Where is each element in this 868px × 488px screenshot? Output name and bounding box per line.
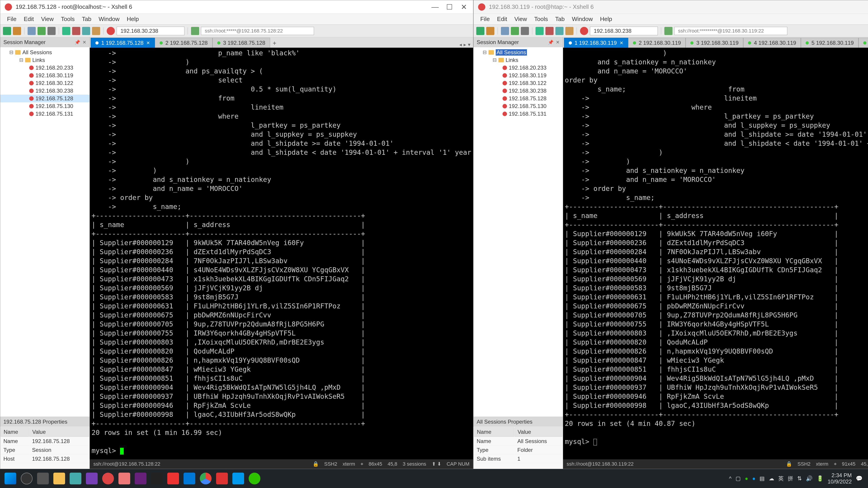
- lock-icon[interactable]: [565, 27, 574, 35]
- session-manager-header: Session Manager 📌✕: [473, 37, 563, 47]
- paste-icon[interactable]: [546, 27, 554, 35]
- menu-window[interactable]: Window: [569, 15, 596, 24]
- properties-icon[interactable]: [48, 27, 56, 35]
- minimize-button[interactable]: —: [431, 3, 440, 11]
- tab-menu-icon[interactable]: ▾: [468, 42, 470, 48]
- tray-chevron-icon[interactable]: ^: [729, 475, 732, 482]
- menu-help[interactable]: Help: [124, 15, 142, 24]
- vscode-icon[interactable]: [181, 470, 197, 487]
- menu-window[interactable]: Window: [95, 15, 123, 24]
- windows-taskbar[interactable]: ^ ▢ ● ● ▤ ☁ 英 拼 ⇅ 🔊 🔋 2:34 PM 10/9/2022 …: [0, 469, 868, 488]
- menu-tab[interactable]: Tab: [552, 15, 568, 24]
- lock-icon[interactable]: [92, 27, 100, 35]
- tray-icon[interactable]: ●: [745, 475, 748, 482]
- terminal-tab[interactable]: 3 192.168.30.119: [686, 38, 743, 48]
- menu-view[interactable]: View: [38, 15, 57, 24]
- pin-icon[interactable]: 📌: [74, 39, 80, 45]
- disconnect-icon[interactable]: [511, 27, 519, 35]
- app-icon[interactable]: [116, 470, 132, 487]
- session-tree[interactable]: ⊟All Sessions ⊟Links 192.168.20.233 192.…: [473, 47, 563, 417]
- properties-icon[interactable]: [521, 27, 529, 35]
- title-bar[interactable]: 192.168.75.128 - root@localhost:~ - Xshe…: [0, 0, 473, 14]
- app-icon[interactable]: [214, 470, 230, 487]
- find-icon[interactable]: [82, 27, 90, 35]
- pin-icon[interactable]: 📌: [548, 39, 554, 45]
- tab-prev-icon[interactable]: ◂: [459, 42, 462, 48]
- panel-close-icon[interactable]: ✕: [83, 39, 86, 45]
- menu-view[interactable]: View: [511, 15, 530, 24]
- panel-close-icon[interactable]: ✕: [556, 39, 560, 45]
- address-input[interactable]: 192.168.30.238: [590, 27, 658, 35]
- chrome-icon[interactable]: [197, 470, 214, 487]
- ime-lang[interactable]: 英: [778, 475, 784, 482]
- maximize-button[interactable]: ☐: [445, 3, 454, 11]
- clock[interactable]: 2:34 PM 10/9/2022: [828, 472, 852, 485]
- ssh-path-input[interactable]: ssh://root:*****@192.168.75.128:22: [201, 27, 314, 35]
- terminal-tab[interactable]: 2 192.168.75.128: [155, 38, 213, 48]
- terminal-tab[interactable]: 6 192: [859, 38, 868, 48]
- menu-file[interactable]: File: [4, 15, 20, 24]
- app-icon[interactable]: [230, 470, 246, 487]
- open-session-icon[interactable]: [13, 27, 21, 35]
- start-button[interactable]: [2, 470, 19, 487]
- terminal-tab[interactable]: 3 192.168.75.128: [213, 38, 270, 48]
- find-icon[interactable]: [555, 27, 563, 35]
- session-tree[interactable]: ⊟All Sessions ⊟Links 192.168.20.233 192.…: [0, 47, 90, 417]
- terminal-output[interactable]: ) and s_nationkey = n_nationkey and n_na…: [563, 48, 868, 459]
- reconnect-icon[interactable]: [28, 27, 36, 35]
- title-bar[interactable]: 192.168.30.119 - root@htap:~ - Xshell 6 …: [473, 0, 868, 14]
- ssh-path-input[interactable]: ssh://root:*********@192.168.30.119:22: [674, 27, 787, 35]
- terminal-output[interactable]: -> p_name like 'black%' -> ) -> and ps_a…: [90, 48, 473, 459]
- terminal-icon[interactable]: [149, 470, 165, 487]
- menu-file[interactable]: File: [477, 15, 493, 24]
- terminal-tab[interactable]: 1 192.168.75.128✕: [91, 38, 155, 48]
- menu-bar: File Edit View Tools Tab Window Help: [0, 14, 473, 25]
- taskview-button[interactable]: [35, 470, 51, 487]
- tray-icon[interactable]: ●: [752, 475, 756, 482]
- app-icon[interactable]: [165, 470, 181, 487]
- tray-icon[interactable]: ☁: [769, 475, 774, 482]
- search-button[interactable]: [19, 470, 35, 487]
- terminal-tab[interactable]: 4 192.168.30.119: [743, 38, 801, 48]
- menu-edit[interactable]: Edit: [494, 15, 510, 24]
- menu-tools[interactable]: Tools: [531, 15, 551, 24]
- address-input[interactable]: 192.168.30.238: [117, 27, 184, 35]
- vs-icon[interactable]: [132, 470, 149, 487]
- paste-icon[interactable]: [72, 27, 80, 35]
- host-icon: [107, 27, 115, 35]
- app-icon[interactable]: [67, 470, 84, 487]
- tray-icon[interactable]: ▢: [736, 475, 741, 482]
- reconnect-icon[interactable]: [501, 27, 509, 35]
- explorer-icon[interactable]: [51, 470, 67, 487]
- session-item: 192.168.75.131: [0, 110, 90, 118]
- new-session-icon[interactable]: [3, 27, 11, 35]
- open-session-icon[interactable]: [486, 27, 494, 35]
- window-title: 192.168.30.119 - root@htap:~ - Xshell 6: [489, 3, 868, 10]
- session-item-selected: 192.168.75.128: [0, 95, 90, 102]
- xshell-icon[interactable]: [100, 470, 116, 487]
- new-session-icon[interactable]: [476, 27, 485, 35]
- connect-icon[interactable]: [191, 27, 199, 35]
- wifi-icon[interactable]: ⇅: [797, 475, 802, 482]
- close-button[interactable]: ✕: [460, 3, 469, 11]
- terminal-tab[interactable]: 5 192.168.30.119: [801, 38, 859, 48]
- notifications-icon[interactable]: 💬: [856, 475, 863, 482]
- copy-icon[interactable]: [62, 27, 70, 35]
- app-icon[interactable]: [84, 470, 100, 487]
- menu-edit[interactable]: Edit: [21, 15, 37, 24]
- wechat-icon[interactable]: [246, 470, 263, 487]
- volume-icon[interactable]: 🔊: [806, 475, 813, 482]
- menu-tools[interactable]: Tools: [58, 15, 78, 24]
- terminal-tab[interactable]: 1 192.168.30.119✕: [564, 38, 628, 48]
- add-tab-button[interactable]: +: [270, 39, 279, 48]
- tray-icon[interactable]: ▤: [760, 475, 765, 482]
- battery-icon[interactable]: 🔋: [817, 475, 824, 482]
- disconnect-icon[interactable]: [37, 27, 46, 35]
- menu-tab[interactable]: Tab: [79, 15, 94, 24]
- copy-icon[interactable]: [535, 27, 544, 35]
- connect-icon[interactable]: [664, 27, 673, 35]
- ime-mode[interactable]: 拼: [788, 475, 793, 482]
- terminal-tab[interactable]: 2 192.168.30.119: [628, 38, 686, 48]
- tab-next-icon[interactable]: ▸: [464, 42, 466, 48]
- menu-help[interactable]: Help: [597, 15, 615, 24]
